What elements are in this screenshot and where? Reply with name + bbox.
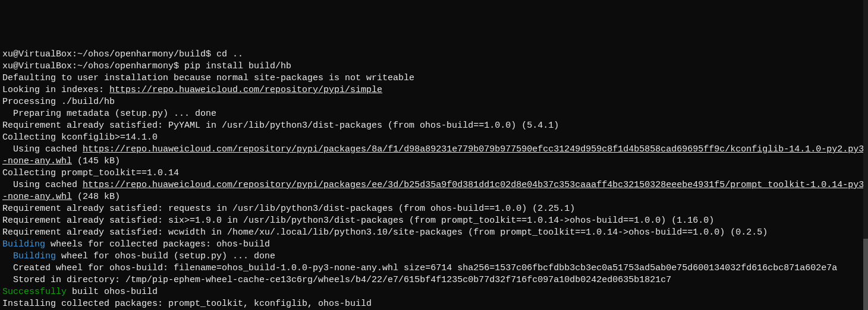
terminal-line: Preparing metadata (setup.py) ... done (2, 108, 866, 120)
terminal-line: Building wheel for ohos-build (setup.py)… (2, 251, 866, 262)
terminal-text: Collecting kconfiglib>=14.1.0 (2, 132, 158, 143)
terminal-text: Collecting prompt_toolkit==1.0.14 (2, 168, 179, 178)
terminal-text: Installing collected packages: prompt_to… (2, 299, 372, 309)
terminal-text: Requirement already satisfied: wcwidth i… (2, 227, 768, 238)
terminal-line: Requirement already satisfied: wcwidth i… (2, 227, 866, 239)
terminal-line: Collecting prompt_toolkit==1.0.14 (2, 167, 866, 179)
scrollbar-track (863, 0, 868, 310)
terminal-line: xu@VirtualBox:~/ohos/openharmony/build$ … (2, 49, 866, 61)
terminal-text: Created wheel for ohos-build: filename=o… (2, 263, 837, 273)
terminal-line: Successfully built ohos-build (2, 286, 866, 298)
terminal-text (2, 251, 13, 261)
terminal-line: Using cached https://repo.huaweicloud.co… (2, 144, 866, 167)
terminal-line: Using cached https://repo.huaweicloud.co… (2, 179, 866, 203)
terminal-text: Building (2, 239, 45, 249)
terminal-line: Collecting kconfiglib>=14.1.0 (2, 132, 866, 144)
terminal-text: xu@VirtualBox:~/ohos/openharmony/build$ … (2, 49, 243, 59)
terminal-text: Defaulting to user installation because … (2, 73, 414, 83)
terminal-text: wheel for ohos-build (setup.py) ... done (56, 251, 275, 261)
terminal-text: Using cached (2, 144, 83, 154)
terminal-line: Requirement already satisfied: requests … (2, 203, 866, 215)
terminal-line: xu@VirtualBox:~/ohos/openharmony$ pip in… (2, 61, 866, 72)
terminal-text: Stored in directory: /tmp/pip-ephem-whee… (2, 275, 671, 285)
terminal-line: Stored in directory: /tmp/pip-ephem-whee… (2, 274, 866, 286)
terminal-line: Looking in indexes: https://repo.huaweic… (2, 84, 866, 96)
terminal-line: Requirement already satisfied: PyYAML in… (2, 120, 866, 132)
terminal-text: Successfully (2, 287, 67, 297)
terminal-line: Installing collected packages: prompt_to… (2, 298, 866, 310)
terminal-text: Building (13, 251, 56, 261)
terminal-link[interactable]: https://repo.huaweicloud.com/repository/… (109, 85, 382, 95)
terminal-text: (145 kB) (72, 156, 120, 166)
terminal-text: built ohos-build (67, 287, 158, 297)
terminal-line: Created wheel for ohos-build: filename=o… (2, 262, 866, 274)
terminal-link[interactable]: https://repo.huaweicloud.com/repository/… (2, 144, 864, 166)
scrollbar-thumb[interactable] (863, 239, 868, 310)
terminal-line: Requirement already satisfied: six>=1.9.… (2, 215, 866, 227)
terminal-link[interactable]: https://repo.huaweicloud.com/repository/… (2, 180, 864, 202)
terminal-line: Defaulting to user installation because … (2, 72, 866, 84)
terminal-text: (248 kB) (72, 192, 120, 202)
terminal-text: Requirement already satisfied: six>=1.9.… (2, 216, 714, 226)
terminal-text: Requirement already satisfied: PyYAML in… (2, 121, 559, 131)
terminal-line: Processing ./build/hb (2, 96, 866, 108)
terminal-text: Looking in indexes: (2, 85, 109, 95)
terminal-text: Preparing metadata (setup.py) ... done (2, 109, 216, 119)
terminal-text: Processing ./build/hb (2, 97, 115, 107)
terminal-text: wheels for collected packages: ohos-buil… (45, 239, 270, 249)
terminal-text: xu@VirtualBox:~/ohos/openharmony$ pip in… (2, 61, 291, 71)
terminal-line: Building wheels for collected packages: … (2, 239, 866, 251)
terminal-text: Using cached (2, 180, 83, 190)
terminal-text: Requirement already satisfied: requests … (2, 204, 575, 214)
terminal-output[interactable]: xu@VirtualBox:~/ohos/openharmony/build$ … (2, 49, 866, 310)
